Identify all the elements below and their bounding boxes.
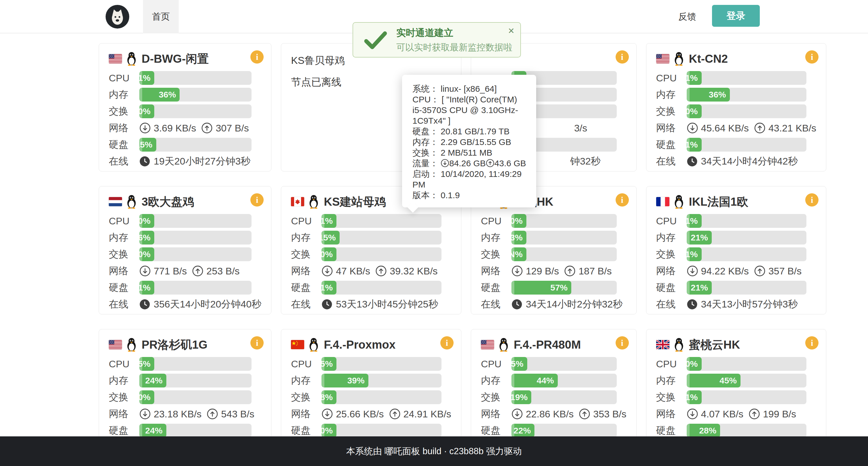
linux-penguin-icon (125, 337, 137, 352)
uptime-label: 在线 (109, 155, 139, 168)
memory-label: 内存 (481, 374, 512, 387)
memory-row: 内存 36% (109, 88, 261, 102)
disk-row: 硬盘 11% (656, 138, 816, 152)
upload-speed: 24.91 KB/s (403, 408, 451, 420)
info-icon[interactable]: i (250, 51, 264, 64)
server-name: Kt-CN2 (689, 52, 728, 65)
network-row: 网络 47 KB/s 39.32 KB/s (291, 264, 451, 278)
tooltip-version-row: 版本：0.1.9 (412, 190, 528, 200)
memory-row: 内存 39% (291, 374, 451, 388)
swap-row: 交换 N% (481, 247, 626, 261)
tab-home[interactable]: 首页 (143, 0, 179, 33)
linux-penguin-icon (308, 337, 320, 352)
upload-speed: 353 B/s (593, 408, 626, 420)
traffic-down-value: 84.26 GB (449, 159, 486, 168)
download-arrow-icon (687, 408, 698, 420)
uptime-value: 356天14小时20分钟40秒 (154, 298, 261, 311)
swap-label: 交换 (109, 248, 139, 261)
upload-arrow-icon (207, 408, 218, 420)
close-icon[interactable]: ✕ (508, 26, 515, 36)
flag-gb-icon (656, 340, 670, 349)
info-icon[interactable]: i (805, 51, 818, 64)
clock-icon (687, 156, 698, 167)
tooltip-disk-row: 硬盘：20.81 GB/1.79 TB (412, 126, 528, 137)
swap-label: 交换 (291, 248, 321, 261)
upload-speed: 199 B/s (763, 408, 796, 420)
cpu-label: CPU (656, 215, 687, 227)
info-icon[interactable]: i (250, 336, 264, 350)
server-card: IKL法国1欧 i CPU 1% 内存 21% 交换 1% 网络 94.22 K… (646, 186, 827, 314)
swap-label: 交换 (656, 391, 687, 404)
download-speed: 94.22 KB/s (701, 266, 749, 277)
server-name: KS建站母鸡 (324, 194, 386, 210)
cpu-row: CPU 15% (481, 357, 626, 371)
info-icon[interactable]: i (616, 193, 629, 206)
footer-text: 本系统由 哪吒面板 build · c23b88b 强力驱动 (346, 445, 522, 457)
server-name: PR洛杉矶1G (142, 337, 208, 353)
download-speed: 129 B/s (526, 266, 559, 277)
network-label: 网络 (656, 122, 687, 135)
feedback-link[interactable]: 反馈 (678, 0, 696, 33)
upload-arrow-icon (201, 122, 213, 134)
swap-row: 交换 0% (291, 247, 451, 261)
memory-label: 内存 (481, 231, 512, 244)
info-icon[interactable]: i (805, 336, 818, 350)
swap-progressbar: 0% (139, 390, 251, 404)
server-name: 蜜桃云HK (689, 337, 740, 353)
memory-row: 内存 15% (291, 231, 451, 244)
memory-row: 内存 36% (656, 88, 816, 102)
cpu-progressbar: 1% (139, 71, 251, 85)
memory-progressbar: 45% (687, 374, 807, 388)
server-card: Kt-CN2 i CPU 1% 内存 36% 交换 0% 网络 45.64 KB… (646, 43, 827, 171)
cpu-label: CPU (109, 358, 139, 370)
swap-row: 交换 0% (109, 104, 261, 118)
download-arrow-icon (512, 408, 523, 420)
network-row: 网络 25.66 KB/s 24.91 KB/s (291, 407, 451, 421)
version-label: 版本： (412, 191, 438, 200)
uptime-row: 在线 53天13小时45分钟25秒 (291, 297, 451, 311)
upload-arrow-icon (749, 408, 760, 420)
swap-label: 交换 (109, 391, 139, 404)
success-toast: 实时通道建立 可以实时获取最新监控数据啦 ✕ (352, 22, 521, 58)
info-icon[interactable]: i (616, 336, 629, 350)
cpu-progressbar: 0% (139, 214, 251, 228)
uptime-label: 在线 (291, 298, 321, 311)
disk-row: 硬盘 24% (109, 424, 261, 437)
info-icon[interactable]: i (616, 51, 629, 64)
cpu-row: CPU 1% (656, 71, 816, 85)
server-name: IKL法国1欧 (689, 194, 749, 210)
tooltip-swap-row: 交换：2 MB/511 MB (412, 147, 528, 158)
cpu-label: CPU (291, 358, 321, 370)
memory-progressbar: 36% (139, 88, 251, 102)
uptime-value-partial: 钟32秒 (570, 155, 601, 168)
uptime-value: 34天14小时4分钟42秒 (701, 155, 798, 168)
upload-speed: 307 B/s (216, 123, 249, 134)
cpu-row: CPU 1% (109, 71, 261, 85)
download-arrow-icon (441, 159, 449, 167)
clock-icon (687, 299, 698, 310)
info-icon[interactable]: i (440, 336, 454, 350)
network-row: 网络 4.07 KB/s 199 B/s (656, 407, 816, 421)
memory-row: 内存 45% (656, 374, 816, 388)
disk-label: 硬盘： (412, 127, 438, 136)
disk-label: 硬盘 (109, 138, 139, 151)
download-speed: 3.69 KB/s (154, 123, 196, 134)
cpu-label: CPU (481, 215, 512, 227)
card-header: F.4.-Proxmox i (291, 336, 451, 353)
uptime-row: 在线 34天13小时57分钟3秒 (656, 297, 816, 311)
disk-progressbar: 1% (321, 281, 441, 295)
network-value-partial: 3/s (574, 123, 587, 134)
site-logo[interactable] (105, 5, 129, 29)
info-icon[interactable]: i (805, 193, 818, 206)
server-card: D-BWG-闲置 i CPU 1% 内存 36% 交换 0% 网络 3.69 K… (99, 43, 271, 171)
disk-progressbar: 21% (687, 281, 807, 295)
system-value: linux- [x86_64] (441, 84, 497, 94)
disk-row: 硬盘 10% (291, 424, 451, 437)
cpu-label: CPU (109, 215, 139, 227)
memory-label: 内存 (109, 374, 139, 387)
swap-row: 交换 19% (481, 390, 626, 404)
login-button[interactable]: 登录 (712, 5, 760, 27)
cpu-progressbar: 1% (321, 214, 441, 228)
info-icon[interactable]: i (250, 193, 264, 206)
disk-progressbar: 24% (139, 424, 251, 437)
